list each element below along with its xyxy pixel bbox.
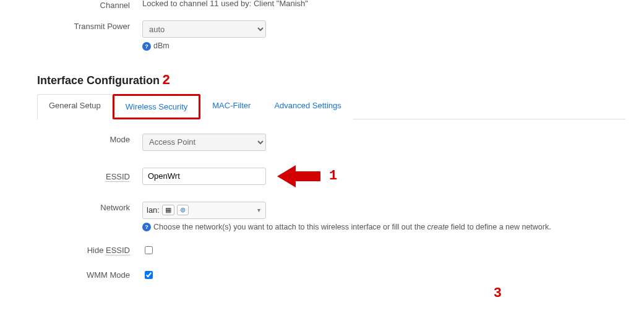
- tabs: General Setup Wireless Security MAC-Filt…: [37, 93, 625, 119]
- wmm-checkbox[interactable]: [145, 271, 153, 279]
- chevron-down-icon: ▾: [257, 207, 260, 213]
- wlan-icon: ⊚: [177, 205, 189, 215]
- hide-essid-checkbox[interactable]: [145, 246, 153, 254]
- info-icon: ?: [142, 223, 151, 231]
- tab-wireless-security[interactable]: Wireless Security: [113, 94, 200, 119]
- network-label: Network: [19, 200, 142, 212]
- tx-power-select[interactable]: auto: [142, 20, 266, 38]
- annotation-3: 3: [494, 286, 502, 301]
- annotation-2: 2: [162, 73, 170, 88]
- eth-icon: ▦: [162, 205, 174, 215]
- mode-label: Mode: [19, 132, 142, 144]
- info-icon: ?: [142, 42, 151, 51]
- network-select[interactable]: lan: ▦ ⊚ ▾: [142, 202, 266, 219]
- tx-power-label: Transmit Power: [19, 19, 142, 31]
- network-hint: Choose the network(s) you want to attach…: [153, 223, 551, 231]
- annotation-1: 1: [329, 168, 337, 184]
- tab-mac-filter[interactable]: MAC-Filter: [200, 94, 262, 119]
- tab-general-setup[interactable]: General Setup: [37, 94, 113, 119]
- tab-advanced-settings[interactable]: Advanced Settings: [262, 94, 353, 119]
- mode-select[interactable]: Access Point: [142, 134, 266, 151]
- wmm-label: WMM Mode: [19, 267, 142, 280]
- essid-input[interactable]: [142, 168, 266, 185]
- essid-label: ESSID: [19, 169, 142, 181]
- tx-power-unit: dBm: [153, 41, 170, 50]
- section-title: Interface Configuration: [37, 74, 160, 87]
- arrow-left-icon: [277, 164, 320, 189]
- svg-marker-0: [277, 165, 320, 187]
- channel-value: Locked to channel 11 used by: Client "Ma…: [142, 0, 625, 8]
- hide-essid-label: Hide ESSID: [19, 242, 142, 255]
- channel-label: Channel: [19, 0, 142, 10]
